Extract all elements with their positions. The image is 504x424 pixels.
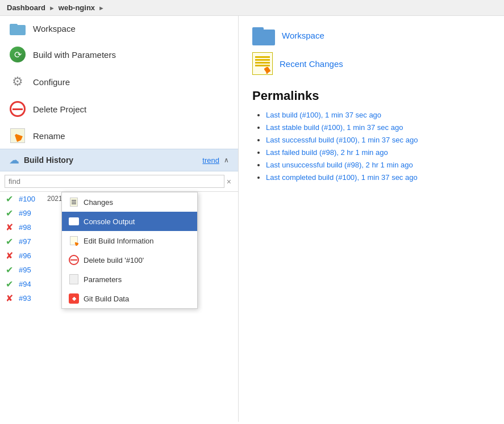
sidebar-item-workspace-label: Workspace — [33, 24, 76, 33]
sidebar-item-delete-project[interactable]: Delete Project — [0, 95, 238, 123]
context-menu-changes-label: Changes — [84, 198, 113, 207]
params-icon: ⟳ — [9, 47, 26, 62]
changes-icon — [69, 197, 79, 207]
status-icon-93: ✘ — [6, 293, 13, 304]
build-history-title: Build History — [24, 156, 198, 165]
status-icon-100: ✔ — [6, 194, 13, 204]
sidebar-item-build-params[interactable]: ⟳ Build with Parameters — [0, 41, 238, 68]
build-link-99[interactable]: #99 — [19, 209, 41, 217]
context-menu-delete-label: Delete build '#100' — [84, 256, 144, 265]
permalink-link-5[interactable]: Last unsuccessful build (#98), 2 hr 1 mi… — [266, 161, 413, 169]
build-link-96[interactable]: #96 — [19, 251, 41, 260]
parameters-icon — [69, 274, 79, 284]
right-recent-changes-link[interactable]: Recent Changes — [252, 52, 490, 75]
build-link-94[interactable]: #94 — [19, 280, 41, 288]
build-list: ✔ #100 2021-11-12 下午12:32 Changes — [0, 192, 238, 305]
permalink-link-3[interactable]: Last successful build (#100), 1 min 37 s… — [266, 136, 418, 144]
git-icon: ◆ — [69, 293, 79, 304]
context-menu-parameters[interactable]: Parameters — [62, 270, 197, 289]
sidebar-item-rename[interactable]: Rename — [0, 123, 238, 149]
context-menu-git-build-data[interactable]: ◆ Git Build Data — [62, 289, 197, 308]
cloud-icon: ☁ — [9, 154, 19, 166]
permalinks-list: Last build (#100), 1 min 37 sec ago Last… — [252, 110, 490, 182]
context-menu-console-output[interactable]: Console Output — [62, 212, 197, 231]
context-menu-git-label: Git Build Data — [84, 295, 129, 303]
delete-icon — [9, 101, 26, 117]
folder-icon — [9, 22, 26, 35]
edit-build-icon — [69, 236, 79, 246]
sidebar: Workspace ⟳ Build with Parameters ⚙ Conf… — [0, 16, 239, 422]
list-item: Last build (#100), 1 min 37 sec ago — [266, 110, 490, 119]
permalink-link-1[interactable]: Last build (#100), 1 min 37 sec ago — [266, 111, 381, 119]
context-menu-delete-build[interactable]: Delete build '#100' — [62, 250, 197, 270]
context-menu-console-label: Console Output — [84, 217, 135, 226]
sidebar-item-configure[interactable]: ⚙ Configure — [0, 68, 238, 95]
caret-up-icon: ∧ — [224, 156, 229, 164]
build-link-93[interactable]: #93 — [19, 294, 41, 303]
build-link-97[interactable]: #97 — [19, 237, 41, 246]
context-menu-changes[interactable]: Changes — [62, 192, 197, 212]
sidebar-item-delete-project-label: Delete Project — [33, 104, 86, 114]
permalink-link-2[interactable]: Last stable build (#100), 1 min 37 sec a… — [266, 123, 403, 132]
right-workspace-link[interactable]: Workspace — [252, 25, 490, 45]
notepad-icon — [252, 52, 273, 75]
status-icon-94: ✔ — [6, 279, 13, 289]
search-clear-button[interactable]: × — [224, 177, 234, 186]
status-icon-96: ✘ — [6, 250, 13, 261]
right-top-links: Workspace Recent Changes — [252, 25, 490, 75]
context-menu-params-label: Parameters — [84, 275, 122, 284]
list-item: Last completed build (#100), 1 min 37 se… — [266, 173, 490, 182]
right-recent-changes-label[interactable]: Recent Changes — [280, 59, 343, 69]
build-row-100: ✔ #100 2021-11-12 下午12:32 Changes — [0, 192, 238, 206]
build-search-bar: × — [0, 171, 238, 192]
sidebar-item-build-params-label: Build with Parameters — [33, 50, 116, 60]
build-link-95[interactable]: #95 — [19, 266, 41, 274]
svg-rect-0 — [264, 67, 271, 74]
context-menu-edit-build-info[interactable]: Edit Build Information — [62, 231, 197, 250]
status-icon-97: ✔ — [6, 236, 13, 247]
breadcrumb-sep1: ► — [49, 5, 55, 11]
context-menu: Changes Console Output — [61, 192, 198, 309]
build-history-header: ☁ Build History trend ∧ — [0, 149, 238, 171]
big-folder-icon — [252, 25, 275, 45]
build-link-100[interactable]: #100 — [19, 195, 41, 203]
build-link-98[interactable]: #98 — [19, 223, 41, 232]
breadcrumb-sep2: ► — [98, 5, 105, 11]
list-item: Last successful build (#100), 1 min 37 s… — [266, 135, 490, 144]
permalinks-title: Permalinks — [252, 89, 490, 103]
breadcrumb-dashboard[interactable]: Dashboard — [7, 3, 45, 12]
console-output-icon — [69, 216, 79, 226]
list-item: Last failed build (#98), 2 hr 1 min ago — [266, 148, 490, 157]
status-icon-99: ✔ — [6, 208, 13, 219]
sidebar-item-configure-label: Configure — [33, 77, 70, 87]
build-search-input[interactable] — [5, 175, 224, 188]
right-workspace-label[interactable]: Workspace — [282, 31, 324, 40]
sidebar-item-rename-label: Rename — [33, 131, 65, 141]
list-item: Last unsuccessful build (#98), 2 hr 1 mi… — [266, 160, 490, 169]
trend-link[interactable]: trend — [202, 156, 219, 165]
context-menu-edit-label: Edit Build Information — [84, 237, 154, 245]
breadcrumb-project[interactable]: web-nginx — [59, 3, 95, 12]
permalink-link-6[interactable]: Last completed build (#100), 1 min 37 se… — [266, 173, 418, 182]
status-icon-98: ✘ — [6, 222, 13, 233]
permalink-link-4[interactable]: Last failed build (#98), 2 hr 1 min ago — [266, 148, 388, 157]
rename-icon — [9, 128, 26, 143]
main-layout: Workspace ⟳ Build with Parameters ⚙ Conf… — [0, 16, 504, 422]
delete-build-icon — [69, 255, 79, 265]
breadcrumb: Dashboard ► web-nginx ► — [0, 0, 504, 16]
sidebar-item-workspace[interactable]: Workspace — [0, 16, 238, 41]
gear-icon: ⚙ — [9, 74, 26, 90]
status-icon-95: ✔ — [6, 265, 13, 275]
right-panel: Workspace Recent Changes Permalinks — [239, 16, 504, 422]
list-item: Last stable build (#100), 1 min 37 sec a… — [266, 123, 490, 132]
